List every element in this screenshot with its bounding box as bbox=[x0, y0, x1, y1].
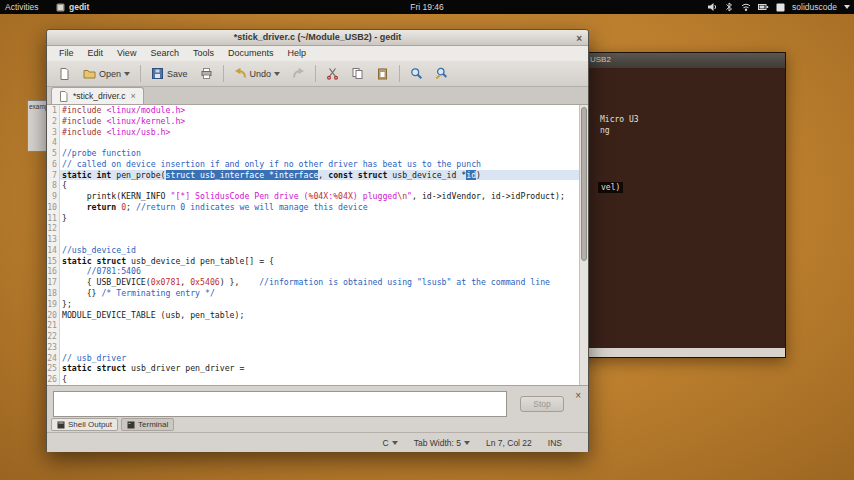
network-icon[interactable] bbox=[741, 2, 751, 12]
panel-tabs: Shell Output Terminal bbox=[51, 418, 174, 431]
terminal-output-line: Micro U3 bbox=[600, 115, 639, 124]
code-line: return 0; //return 0 indicates we will m… bbox=[62, 202, 588, 213]
code-line bbox=[62, 331, 588, 342]
undo-icon bbox=[234, 67, 247, 80]
code-line: {} /* Terminating entry */ bbox=[62, 288, 588, 299]
shell-output-view[interactable] bbox=[53, 391, 507, 417]
chevron-down-icon bbox=[124, 72, 130, 76]
paste-icon bbox=[376, 67, 389, 80]
print-button[interactable] bbox=[195, 65, 218, 82]
gedit-window: *stick_driver.c (~/Module_USB2) - gedit … bbox=[46, 29, 589, 452]
panel-close-icon[interactable]: × bbox=[575, 390, 581, 401]
code-line bbox=[62, 342, 588, 353]
window-titlebar[interactable]: *stick_driver.c (~/Module_USB2) - gedit … bbox=[47, 30, 588, 46]
tab-stick-driver[interactable]: *stick_driver.c × bbox=[51, 87, 144, 104]
user-menu[interactable]: soliduscode bbox=[792, 2, 837, 12]
menu-edit[interactable]: Edit bbox=[81, 46, 111, 61]
chevron-down-icon bbox=[392, 441, 398, 445]
line-number: 18 bbox=[47, 288, 57, 299]
line-number: 26 bbox=[47, 374, 57, 385]
chevron-down-icon bbox=[274, 72, 280, 76]
toolbar-separator bbox=[399, 65, 400, 82]
code-line: // called on device insertion if and onl… bbox=[62, 159, 588, 170]
line-number: 20 bbox=[47, 310, 57, 321]
line-number: 15 bbox=[47, 256, 57, 267]
menu-search[interactable]: Search bbox=[143, 46, 186, 61]
tab-shell-output[interactable]: Shell Output bbox=[51, 418, 118, 431]
background-window-fragment[interactable]: exampl bbox=[27, 100, 47, 152]
line-number: 13 bbox=[47, 234, 57, 245]
chevron-down-icon bbox=[844, 5, 850, 9]
code-line bbox=[62, 223, 588, 234]
redo-button[interactable] bbox=[287, 65, 310, 82]
volume-icon[interactable] bbox=[707, 2, 717, 12]
bluetooth-icon[interactable] bbox=[724, 2, 734, 12]
find-button[interactable] bbox=[405, 65, 428, 82]
copy-icon bbox=[351, 67, 364, 80]
copy-button[interactable] bbox=[346, 65, 369, 82]
line-number: 14 bbox=[47, 245, 57, 256]
status-area[interactable]: soliduscode bbox=[707, 0, 850, 14]
terminal-output-line: vel) bbox=[598, 182, 623, 193]
paste-button[interactable] bbox=[371, 65, 394, 82]
menu-help[interactable]: Help bbox=[280, 46, 313, 61]
line-number: 2 bbox=[47, 116, 57, 127]
code-line: { bbox=[62, 374, 588, 385]
line-number: 12 bbox=[47, 223, 57, 234]
new-document-button[interactable] bbox=[53, 65, 76, 82]
line-number: 10 bbox=[47, 202, 57, 213]
code-line: #include <linux/usb.h> bbox=[62, 127, 588, 138]
menu-view[interactable]: View bbox=[110, 46, 143, 61]
tab-bar: *stick_driver.c × bbox=[47, 87, 588, 105]
scrollbar-thumb[interactable] bbox=[581, 107, 587, 261]
save-icon bbox=[151, 67, 164, 80]
text-editor[interactable]: 1234567891011121314151617181920212223242… bbox=[47, 105, 588, 385]
terminal-title: USB2 bbox=[590, 55, 611, 64]
code-line: static struct usb_device_id pen_table[] … bbox=[62, 256, 588, 267]
line-number-gutter: 1234567891011121314151617181920212223242… bbox=[47, 105, 60, 385]
battery-icon[interactable] bbox=[758, 2, 769, 12]
terminal-icon bbox=[127, 421, 135, 429]
top-panel: Activities gedit Fri 19:46 soliduscode bbox=[0, 0, 854, 14]
tab-close-icon[interactable]: × bbox=[130, 91, 135, 101]
save-button[interactable]: Save bbox=[146, 65, 193, 82]
code-line: static struct usb_driver pen_driver = bbox=[62, 363, 588, 374]
code-line: // usb_driver bbox=[62, 353, 588, 364]
open-button[interactable]: Open bbox=[78, 65, 135, 82]
document-icon bbox=[59, 91, 68, 102]
line-number: 5 bbox=[47, 148, 57, 159]
menu-file[interactable]: File bbox=[52, 46, 81, 61]
line-number: 8 bbox=[47, 180, 57, 191]
stop-button[interactable]: Stop bbox=[520, 396, 564, 412]
code-line: static int pen_probe(struct usb_interfac… bbox=[60, 170, 588, 181]
search-icon bbox=[410, 67, 423, 80]
window-close-icon[interactable]: × bbox=[576, 31, 582, 46]
toolbar: Open Save Undo bbox=[47, 61, 588, 87]
cut-icon bbox=[326, 67, 339, 80]
cursor-position: Ln 7, Col 22 bbox=[486, 438, 532, 448]
toolbar-separator bbox=[140, 65, 141, 82]
tab-width-combo[interactable]: Tab Width: 5 bbox=[414, 438, 470, 448]
code-line: }; bbox=[62, 299, 588, 310]
line-number: 24 bbox=[47, 353, 57, 364]
menu-documents[interactable]: Documents bbox=[221, 46, 281, 61]
line-number: 19 bbox=[47, 299, 57, 310]
code-line bbox=[62, 234, 588, 245]
undo-button[interactable]: Undo bbox=[229, 65, 286, 82]
vertical-scrollbar[interactable] bbox=[579, 105, 588, 385]
print-icon bbox=[200, 67, 213, 80]
cut-button[interactable] bbox=[321, 65, 344, 82]
input-source-icon[interactable] bbox=[776, 3, 785, 12]
code-line: printk(KERN_INFO "[*] SolidusCode Pen dr… bbox=[62, 191, 588, 202]
menu-tools[interactable]: Tools bbox=[186, 46, 221, 61]
code-line: } bbox=[62, 213, 588, 224]
code-line: #include <linux/module.h> bbox=[62, 105, 588, 116]
line-number: 9 bbox=[47, 191, 57, 202]
tab-terminal[interactable]: Terminal bbox=[121, 418, 174, 431]
line-number: 22 bbox=[47, 331, 57, 342]
code-line bbox=[62, 137, 588, 148]
language-combo[interactable]: C bbox=[383, 438, 398, 448]
search-replace-icon bbox=[435, 67, 448, 80]
code-line bbox=[62, 320, 588, 331]
replace-button[interactable] bbox=[430, 65, 453, 82]
